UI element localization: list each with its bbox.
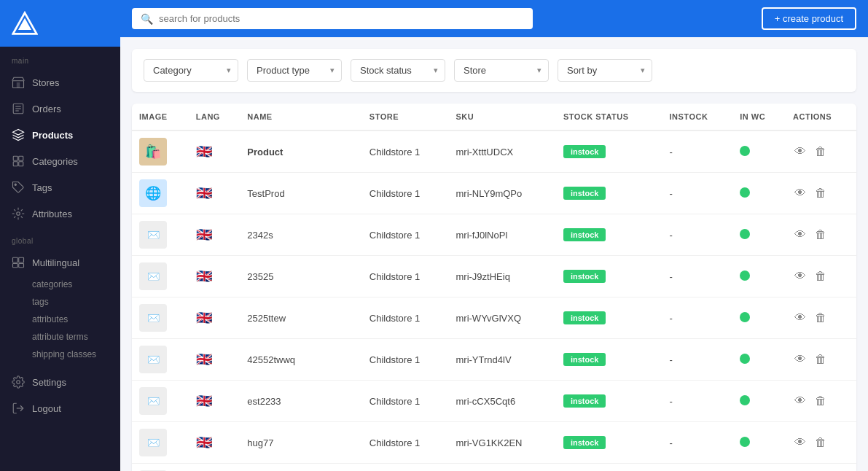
action-icons: 👁 🗑 (793, 393, 849, 409)
cell-stock-status: instock (556, 464, 662, 472)
delete-button[interactable]: 🗑 (813, 351, 828, 367)
products-table: IMAGE LANG NAME STORE SKU STOCK STATUS I… (132, 104, 856, 471)
cell-sku: mri-WYvGlVXQ (448, 297, 555, 339)
cell-stock-status: instock (556, 297, 662, 339)
svg-rect-3 (17, 82, 20, 88)
topbar: 🔍 + create product (120, 0, 868, 37)
sidebar-categories-label: Categories (32, 156, 78, 167)
cell-in-wc (732, 214, 786, 256)
product-type-filter[interactable]: Product type (247, 59, 342, 82)
cell-actions: 👁 🗑 (786, 339, 856, 381)
sidebar-sub-attribute-terms[interactable]: attribute terms (32, 328, 120, 346)
delete-button[interactable]: 🗑 (813, 227, 828, 243)
sidebar-item-categories[interactable]: Categories (0, 148, 120, 174)
sidebar-orders-label: Orders (32, 104, 61, 114)
sort-by-filter[interactable]: Sort by (558, 59, 652, 82)
cell-image: 🌐 (132, 173, 189, 214)
action-icons: 👁 🗑 (793, 185, 849, 201)
sidebar-item-settings[interactable]: Settings (0, 369, 120, 395)
view-button[interactable]: 👁 (793, 185, 808, 201)
stock-status-select[interactable]: Stock status (351, 59, 445, 82)
table-row: ✉️ 🇬🇧 42552twwq Childstore 1 mri-YTrnd4l… (132, 339, 856, 381)
stock-badge: instock (563, 436, 606, 449)
cell-sku: mri-fJ0lNoPl (448, 214, 555, 256)
sidebar-item-tags[interactable]: Tags (0, 174, 120, 201)
cell-name: est2233 (240, 381, 362, 422)
cell-name: 2525ttew (240, 297, 362, 339)
svg-rect-10 (13, 162, 17, 166)
delete-button[interactable]: 🗑 (813, 268, 828, 284)
view-button[interactable]: 👁 (793, 227, 808, 243)
col-lang: LANG (189, 104, 241, 131)
products-table-wrap: IMAGE LANG NAME STORE SKU STOCK STATUS I… (132, 104, 856, 471)
product-image: ✉️ (139, 304, 167, 332)
cell-stock-status: instock (556, 339, 662, 381)
col-sku: SKU (448, 104, 555, 131)
cell-lang: 🇬🇧 (189, 256, 241, 297)
delete-button[interactable]: 🗑 (813, 185, 828, 201)
create-product-button[interactable]: + create product (762, 7, 856, 30)
cell-sku: mri-J9ztHEiq (448, 256, 555, 297)
sidebar-logo (0, 0, 120, 47)
stock-badge: instock (563, 394, 606, 408)
svg-point-12 (15, 184, 16, 185)
in-wc-dot (740, 229, 750, 239)
cell-image: ✉️ (132, 339, 189, 381)
sidebar-item-attributes[interactable]: Attributes (0, 201, 120, 227)
cell-name: 42552twwq (240, 339, 362, 381)
view-button[interactable]: 👁 (793, 310, 808, 326)
in-wc-dot (740, 270, 750, 281)
cell-store: Childstore 1 (362, 131, 449, 173)
cell-in-wc (732, 256, 786, 297)
sidebar-item-orders[interactable]: Orders (0, 96, 120, 122)
sidebar-multilingual-label: Multilingual (32, 257, 79, 268)
sidebar-settings-label: Settings (32, 377, 66, 388)
sidebar-sub-categories[interactable]: categories (32, 276, 120, 293)
view-button[interactable]: 👁 (793, 351, 808, 367)
cell-stock-status: instock (556, 256, 662, 297)
view-button[interactable]: 👁 (793, 268, 808, 284)
delete-button[interactable]: 🗑 (813, 310, 828, 326)
delete-button[interactable]: 🗑 (813, 144, 828, 160)
product-name: 23525 (247, 271, 273, 282)
product-name: hug77 (247, 437, 273, 448)
product-name: TestProd (247, 188, 284, 199)
category-select[interactable]: Category (144, 59, 238, 82)
cell-actions: 👁 🗑 (786, 214, 856, 256)
view-button[interactable]: 👁 (793, 435, 808, 451)
col-in-wc: IN WC (732, 104, 786, 131)
sidebar-item-multilingual[interactable]: Multilingual (0, 249, 120, 276)
cell-lang: 🇬🇧 (189, 214, 241, 256)
sidebar-item-products[interactable]: Products (0, 122, 120, 148)
cell-lang: 🇬🇧 (189, 381, 241, 422)
cell-stock-status: instock (556, 131, 662, 173)
stock-status-filter[interactable]: Stock status (351, 59, 445, 82)
store-filter[interactable]: Store (454, 59, 549, 82)
svg-rect-14 (13, 257, 18, 262)
cell-actions: 👁 🗑 (786, 422, 856, 464)
products-icon (12, 128, 25, 141)
cell-lang: 🇬🇧 (189, 131, 241, 173)
sidebar-item-logout[interactable]: Logout (0, 395, 120, 421)
cell-sku: mri-NLY9mQPo (448, 173, 555, 214)
store-select[interactable]: Store (454, 59, 549, 82)
tags-icon (12, 181, 25, 194)
search-icon: 🔍 (141, 13, 153, 25)
search-input[interactable] (159, 8, 524, 29)
settings-icon (12, 375, 25, 389)
view-button[interactable]: 👁 (793, 393, 808, 409)
sort-by-select[interactable]: Sort by (558, 59, 652, 82)
sidebar-sub-attributes[interactable]: attributes (32, 311, 120, 328)
delete-button[interactable]: 🗑 (813, 435, 828, 451)
sidebar-item-stores[interactable]: Stores (0, 69, 120, 96)
sidebar-sub-shipping-classes[interactable]: shipping classes (32, 346, 120, 363)
product-type-select[interactable]: Product type (247, 59, 342, 82)
view-button[interactable]: 👁 (793, 144, 808, 160)
cell-instock: - (662, 339, 733, 381)
flag-icon: 🇬🇧 (196, 227, 212, 242)
content-area: Category Product type Stock status Store (120, 37, 868, 471)
delete-button[interactable]: 🗑 (813, 393, 828, 409)
sidebar-sub-tags[interactable]: tags (32, 293, 120, 311)
cell-image: ✉️ (132, 422, 189, 464)
category-filter[interactable]: Category (144, 59, 238, 82)
